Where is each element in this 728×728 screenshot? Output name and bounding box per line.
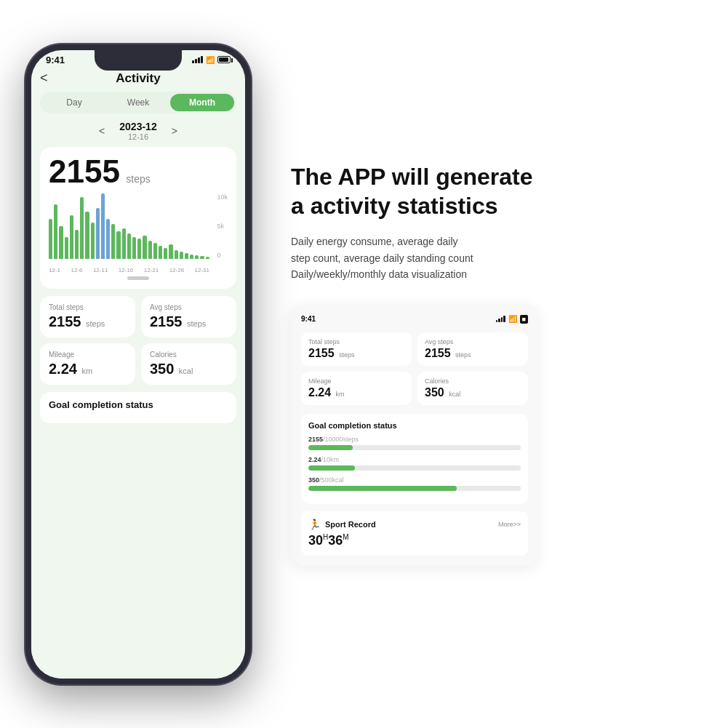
chart-bar-30 <box>206 257 209 259</box>
chart-bar-21 <box>159 246 162 259</box>
x-label-6: 12-26 <box>169 267 184 273</box>
mini-wifi-icon: 📶 <box>508 315 517 323</box>
mini-status-icons: 📶 ■ <box>496 315 528 324</box>
chart-bar-16 <box>132 237 136 259</box>
tab-day[interactable]: Day <box>42 94 106 111</box>
chart-bar-28 <box>195 255 199 259</box>
mini-stat-unit: steps <box>339 351 355 359</box>
goal-section: Goal completion status <box>40 392 236 423</box>
goal-item-mileage: 2.24/10km <box>308 456 521 471</box>
chart-bar-9 <box>96 208 100 259</box>
x-label-1: 12-1 <box>49 267 60 273</box>
chart-bar-15 <box>127 233 131 259</box>
chart-bar-3 <box>65 237 68 259</box>
chart-y-labels: 10k 5k 0 <box>217 193 228 259</box>
tabs-bar: Day Week Month <box>40 92 236 113</box>
stat-unit: steps <box>86 319 105 328</box>
stat-value-wrap: 2.24 km <box>49 361 127 377</box>
sport-more-link[interactable]: More>> <box>498 521 521 528</box>
stat-label: Avg steps <box>150 303 228 311</box>
sport-title: Sport Record <box>325 520 376 529</box>
stat-unit: km <box>81 367 92 375</box>
mini-stats-grid: Total steps 2155 steps Avg steps 2155 st… <box>301 332 528 405</box>
y-label-5k: 5k <box>217 223 228 230</box>
prev-arrow[interactable]: < <box>99 125 105 137</box>
stat-value-wrap: 2155 steps <box>150 313 228 330</box>
chart-bar-11 <box>106 219 110 259</box>
progress-bar-bg <box>308 486 521 491</box>
chart-bar-12 <box>111 224 115 259</box>
x-label-5: 12-21 <box>144 267 159 273</box>
sport-record-header: 🏃 Sport Record More>> <box>308 519 521 530</box>
goal-item-label: 2.24/10km <box>308 456 521 463</box>
chart-bar-8 <box>91 223 95 259</box>
phone-notch <box>95 50 182 71</box>
tab-month[interactable]: Month <box>170 94 234 111</box>
mini-signal-icon <box>496 316 505 322</box>
chart-bar-13 <box>116 231 120 259</box>
date-display: 2023-12 12-16 <box>119 121 156 141</box>
progress-bar-bg <box>308 445 521 450</box>
stat-label: Mileage <box>49 351 127 359</box>
mini-stat-calories: Calories 350 kcal <box>417 372 528 405</box>
chart-bar-1 <box>54 204 57 259</box>
chart-bar-23 <box>169 244 172 259</box>
mini-stat-label: Avg steps <box>425 338 521 345</box>
progress-bar-fill-calories <box>308 486 457 491</box>
chart-bar-29 <box>200 256 204 259</box>
app-title: Activity <box>116 71 160 86</box>
headline: The APP will generatea activity statisti… <box>291 162 699 220</box>
x-label-7: 12-31 <box>195 267 209 273</box>
stats-grid: Total steps 2155 steps Avg steps 2155 st… <box>40 296 236 385</box>
mini-phone-ui: 9:41 📶 ■ Total steps 2155 steps <box>291 305 538 566</box>
chart-bar-6 <box>80 197 84 259</box>
chart-bar-5 <box>75 230 79 259</box>
right-panel: The APP will generatea activity statisti… <box>262 162 699 565</box>
next-arrow[interactable]: > <box>172 125 177 137</box>
app-header: < Activity <box>40 68 236 92</box>
chart-bar-18 <box>143 236 146 259</box>
date-sub: 12-16 <box>119 132 156 141</box>
mini-battery-icon: ■ <box>520 315 528 324</box>
back-button[interactable]: < <box>40 71 48 86</box>
goal-item-calories: 350/500kcal <box>308 476 521 491</box>
x-label-4: 12-16 <box>119 267 133 273</box>
date-main: 2023-12 <box>119 121 156 132</box>
x-label-2: 12-6 <box>71 267 82 273</box>
x-label-3: 12-11 <box>93 267 108 273</box>
sport-run-icon: 🏃 <box>308 519 321 530</box>
status-time: 9:41 <box>46 55 65 65</box>
chart-card: 2155 steps 10k 5k 0 12-1 12-6 <box>40 147 236 289</box>
stat-value: 2155 <box>150 313 183 329</box>
tab-week[interactable]: Week <box>106 94 170 111</box>
stat-card-mileage: Mileage 2.24 km <box>40 343 135 385</box>
phone-mockup: 9:41 📶 < Activity <box>15 30 262 699</box>
stat-value: 350 <box>150 361 174 377</box>
chart-bar-2 <box>59 226 63 259</box>
mini-status-time: 9:41 <box>301 315 316 323</box>
mini-stat-mileage: Mileage 2.24 km <box>301 372 412 405</box>
mini-stat-value: 2155 <box>425 347 451 359</box>
mini-stat-label: Total steps <box>308 338 404 345</box>
chart-bar-22 <box>164 248 167 259</box>
mini-stat-label: Mileage <box>308 377 404 385</box>
mini-stat-label: Calories <box>425 377 521 385</box>
sport-time: 30H36M <box>308 533 521 548</box>
progress-bar-fill-mileage <box>308 465 355 471</box>
chart-bar-4 <box>70 215 73 259</box>
stat-card-total-steps: Total steps 2155 steps <box>40 296 135 337</box>
status-icons: 📶 <box>192 56 231 64</box>
progress-bar-fill-steps <box>308 445 353 450</box>
wifi-icon: 📶 <box>206 56 215 64</box>
description: Daily energy consume, average dailystep … <box>291 233 699 282</box>
stat-label: Calories <box>150 351 228 359</box>
phone-screen: 9:41 📶 < Activity <box>31 50 245 679</box>
steps-display: 2155 steps <box>49 156 228 188</box>
mini-stat-unit: kcal <box>449 391 460 398</box>
app-content: < Activity Day Week Month < 2023-12 12-1… <box>31 68 245 679</box>
mini-stat-unit: steps <box>455 351 471 359</box>
stat-unit: kcal <box>179 367 193 375</box>
mini-stat-value: 2.24 <box>308 386 331 399</box>
goal-item-label: 2155/10000steps <box>308 436 521 443</box>
phone-shell: 9:41 📶 < Activity <box>25 44 251 684</box>
